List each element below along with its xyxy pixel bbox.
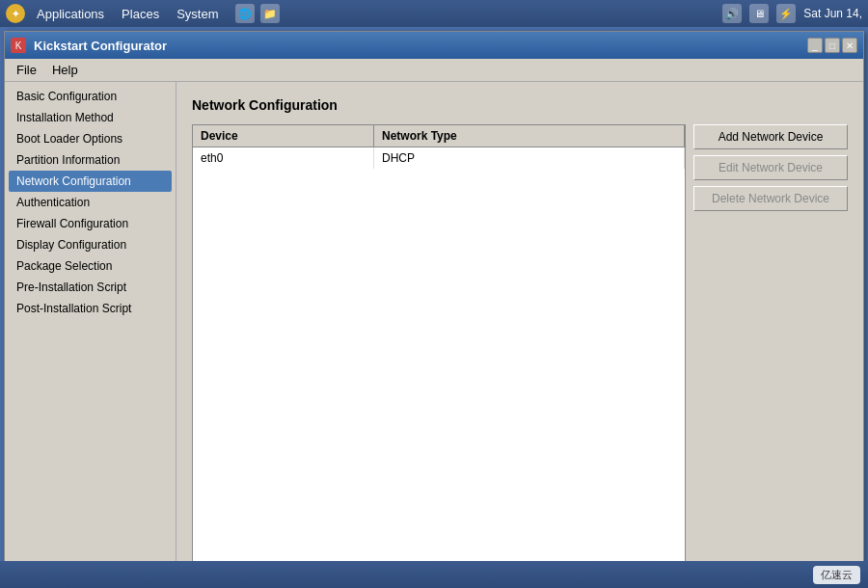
taskbar-bottom: [0, 561, 868, 588]
sidebar-item-network-configuration[interactable]: Network Configuration: [9, 171, 172, 192]
network-table-container[interactable]: Device Network Type eth0DHCP: [192, 124, 686, 564]
taskbar-datetime: Sat Jun 14,: [803, 7, 862, 20]
maximize-button[interactable]: □: [825, 38, 840, 53]
close-button[interactable]: ✕: [842, 38, 857, 53]
taskbar-menu: Applications Places System: [29, 5, 226, 23]
file-menu[interactable]: File: [9, 61, 44, 79]
taskbar-power-icon: ⚡: [776, 4, 796, 23]
taskbar-folder-icon: 📁: [260, 4, 280, 23]
sidebar-item-boot-loader-options[interactable]: Boot Loader Options: [9, 128, 172, 149]
menubar: File Help: [5, 59, 863, 82]
cell-device: eth0: [193, 147, 374, 170]
watermark: 亿速云: [813, 566, 860, 584]
help-menu[interactable]: Help: [44, 61, 86, 79]
sidebar-item-post-installation-script[interactable]: Post-Installation Script: [9, 298, 172, 319]
taskbar-places[interactable]: Places: [114, 5, 167, 23]
taskbar-network-icon: 🌐: [235, 4, 255, 23]
taskbar-display-icon: 🖥: [749, 4, 769, 23]
sidebar-item-package-selection[interactable]: Package Selection: [9, 255, 172, 277]
col-device: Device: [193, 125, 374, 147]
sidebar-item-installation-method[interactable]: Installation Method: [9, 107, 172, 128]
window-titlebar: K Kickstart Configurator _ □ ✕: [5, 32, 863, 59]
minimize-button[interactable]: _: [807, 38, 823, 53]
cell-network-type: DHCP: [374, 147, 685, 170]
window-controls: _ □ ✕: [807, 38, 857, 53]
sidebar-item-firewall-configuration[interactable]: Firewall Configuration: [9, 213, 172, 234]
sidebar-item-partition-information[interactable]: Partition Information: [9, 149, 172, 171]
taskbar-audio-icon: 🔊: [722, 4, 742, 23]
button-panel: Add Network Device Edit Network Device D…: [693, 124, 848, 564]
delete-network-device-button[interactable]: Delete Network Device: [693, 186, 848, 211]
taskbar-os-icon: ✦: [6, 4, 25, 23]
col-network-type: Network Type: [374, 125, 685, 147]
taskbar-top: ✦ Applications Places System 🌐 📁 🔊 🖥 ⚡ S…: [0, 0, 868, 27]
window-icon: K: [11, 38, 26, 53]
window-title: Kickstart Configurator: [34, 39, 807, 53]
main-panel: Network Configuration Device Network Typ…: [176, 82, 863, 579]
content-area: Basic Configuration Installation Method …: [5, 82, 863, 579]
content-row: Device Network Type eth0DHCP Add Network…: [192, 124, 848, 564]
edit-network-device-button[interactable]: Edit Network Device: [693, 155, 848, 180]
network-table: Device Network Type eth0DHCP: [193, 125, 685, 169]
taskbar-applications[interactable]: Applications: [29, 5, 112, 23]
sidebar-item-pre-installation-script[interactable]: Pre-Installation Script: [9, 277, 172, 298]
sidebar-item-basic-configuration[interactable]: Basic Configuration: [9, 86, 172, 107]
main-window: K Kickstart Configurator _ □ ✕ File Help…: [4, 31, 864, 580]
sidebar-item-display-configuration[interactable]: Display Configuration: [9, 234, 172, 255]
sidebar: Basic Configuration Installation Method …: [5, 82, 176, 579]
table-row[interactable]: eth0DHCP: [193, 147, 685, 170]
taskbar-system[interactable]: System: [169, 5, 226, 23]
sidebar-item-authentication[interactable]: Authentication: [9, 192, 172, 213]
taskbar-right: 🔊 🖥 ⚡ Sat Jun 14,: [722, 4, 862, 23]
panel-title: Network Configuration: [192, 97, 848, 113]
add-network-device-button[interactable]: Add Network Device: [693, 124, 848, 149]
